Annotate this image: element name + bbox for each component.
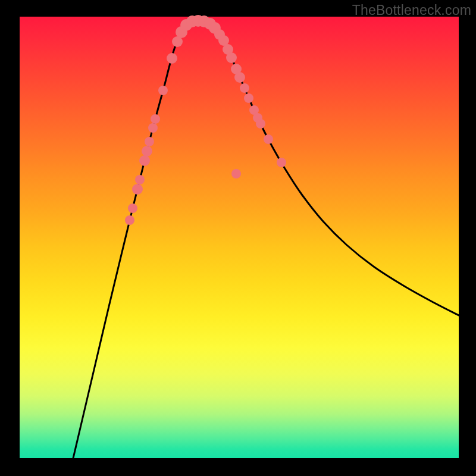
curve-marker bbox=[167, 53, 177, 64]
curve-markers bbox=[125, 15, 286, 225]
curve-marker bbox=[158, 86, 168, 95]
curve-marker bbox=[277, 158, 286, 167]
curve-marker bbox=[231, 169, 241, 178]
curve-marker bbox=[244, 93, 253, 103]
curve-marker bbox=[256, 119, 265, 129]
curve-marker bbox=[135, 175, 145, 184]
curve-marker bbox=[142, 146, 152, 156]
curve-marker bbox=[264, 134, 273, 144]
chart-frame: TheBottleneck.com bbox=[0, 0, 476, 476]
curve-marker bbox=[148, 123, 158, 133]
curve-marker bbox=[128, 203, 137, 213]
curve-marker bbox=[132, 184, 143, 195]
watermark-text: TheBottleneck.com bbox=[352, 2, 471, 18]
curve-marker bbox=[145, 137, 154, 146]
curve-marker bbox=[139, 155, 150, 166]
curve-svg bbox=[20, 17, 459, 458]
curve-marker bbox=[226, 52, 237, 63]
curve-marker bbox=[240, 83, 249, 93]
curve-marker bbox=[234, 72, 245, 83]
bottleneck-curve bbox=[73, 21, 459, 458]
plot-area bbox=[20, 17, 459, 458]
curve-marker bbox=[125, 215, 134, 225]
curve-marker bbox=[151, 114, 160, 124]
